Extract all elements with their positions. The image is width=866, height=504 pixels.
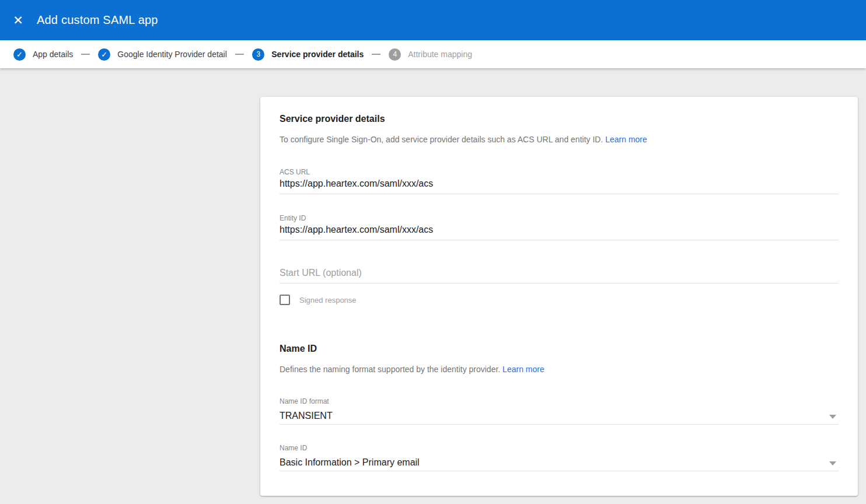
section-title: Service provider details bbox=[280, 113, 839, 124]
step-google-idp-details[interactable]: ✓ Google Identity Provider details bbox=[98, 48, 227, 61]
section-description: To configure Single Sign-On, add service… bbox=[280, 134, 839, 145]
page-title: Add custom SAML app bbox=[37, 13, 158, 27]
close-button[interactable]: ✕ bbox=[8, 10, 29, 31]
step-divider bbox=[81, 54, 90, 55]
name-id-learn-more-link[interactable]: Learn more bbox=[502, 365, 544, 374]
learn-more-link[interactable]: Learn more bbox=[605, 135, 647, 144]
chevron-down-icon bbox=[829, 415, 836, 419]
name-id-format-select[interactable]: Name ID format TRANSIENT bbox=[280, 397, 839, 425]
step-3-number-badge: 3 bbox=[252, 48, 264, 61]
name-id-title: Name ID bbox=[280, 343, 839, 354]
step-3-label: Service provider details bbox=[271, 50, 364, 59]
step-attribute-mapping: 4 Attribute mapping bbox=[389, 48, 472, 61]
chevron-down-icon bbox=[829, 461, 836, 466]
step-app-details[interactable]: ✓ App details bbox=[13, 48, 73, 61]
start-url-input[interactable] bbox=[280, 268, 839, 284]
name-id-value: Basic Information > Primary email bbox=[280, 457, 839, 471]
signed-response-row: Signed response bbox=[280, 294, 839, 306]
step-2-label: Google Identity Provider details bbox=[117, 50, 227, 59]
signed-response-checkbox[interactable] bbox=[280, 295, 290, 305]
entity-id-field: Entity ID bbox=[280, 214, 839, 240]
service-provider-card: Service provider details To configure Si… bbox=[260, 97, 858, 496]
step-4-label: Attribute mapping bbox=[408, 50, 472, 59]
name-id-format-label: Name ID format bbox=[280, 397, 839, 405]
name-id-description-text: Defines the naming format supported by t… bbox=[280, 365, 500, 374]
acs-url-field: ACS URL bbox=[280, 168, 839, 194]
step-1-check-icon: ✓ bbox=[13, 48, 26, 61]
step-4-number-badge: 4 bbox=[389, 48, 401, 61]
step-divider bbox=[372, 54, 380, 55]
entity-id-input[interactable] bbox=[280, 225, 839, 240]
page-background: Service provider details To configure Si… bbox=[0, 97, 866, 504]
acs-url-label: ACS URL bbox=[280, 168, 839, 176]
close-icon: ✕ bbox=[13, 14, 23, 26]
stepper: ✓ App details ✓ Google Identity Provider… bbox=[0, 40, 866, 68]
step-service-provider-details[interactable]: 3 Service provider details bbox=[252, 48, 364, 61]
step-2-check-icon: ✓ bbox=[98, 48, 110, 61]
name-id-select[interactable]: Name ID Basic Information > Primary emai… bbox=[280, 444, 839, 471]
step-1-label: App details bbox=[33, 50, 73, 59]
start-url-field bbox=[280, 268, 839, 284]
acs-url-input[interactable] bbox=[280, 178, 839, 194]
step-divider bbox=[235, 54, 244, 55]
name-id-description: Defines the naming format supported by t… bbox=[280, 363, 839, 375]
entity-id-label: Entity ID bbox=[280, 214, 839, 222]
signed-response-label: Signed response bbox=[299, 296, 357, 304]
name-id-label: Name ID bbox=[280, 444, 839, 452]
name-id-format-value: TRANSIENT bbox=[280, 410, 839, 425]
section-description-text: To configure Single Sign-On, add service… bbox=[280, 135, 603, 144]
title-bar: ✕ Add custom SAML app bbox=[0, 0, 866, 40]
